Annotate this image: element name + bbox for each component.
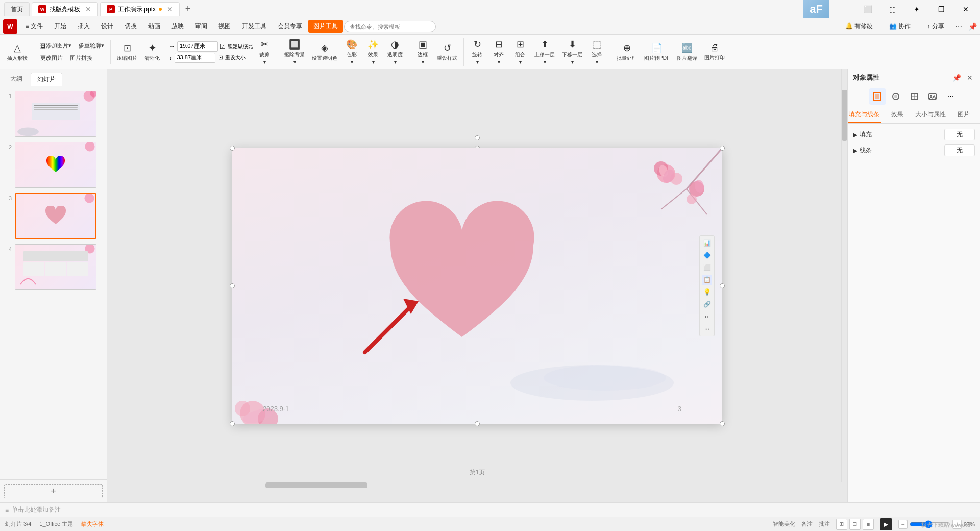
sidebar-icon-7[interactable]: ↔ <box>702 311 712 322</box>
handle-tl[interactable] <box>230 146 235 151</box>
layout2-button[interactable]: ⬚ <box>882 2 902 16</box>
arrow-element[interactable] <box>360 291 426 357</box>
up-layer-button[interactable]: ⬆ 上移一层▾ <box>531 38 558 66</box>
add-image-button[interactable]: 🖼 添加图片▾ <box>37 40 75 52</box>
rpanel-tab-fill-stroke[interactable]: 填充与线条 <box>848 107 881 123</box>
to-pdf-button[interactable]: 📄 图片转PDF <box>641 38 673 66</box>
menu-transition[interactable]: 切换 <box>119 20 142 33</box>
reset-style-button[interactable]: ↺ 重设样式 <box>434 38 460 66</box>
sidebar-icon-3[interactable]: ⬜ <box>702 262 712 273</box>
batch-process-button[interactable]: ⊕ 批量处理 <box>614 38 640 66</box>
rpanel-icon-effects[interactable] <box>888 88 904 105</box>
transparency-button[interactable]: ◑ 透明度▾ <box>384 38 406 66</box>
stroke-triangle[interactable]: ▶ <box>853 147 857 154</box>
view-outline[interactable]: ≡ <box>863 519 874 530</box>
rotate-button[interactable]: ↻ 旋转▾ <box>467 38 487 66</box>
handle-mr[interactable] <box>720 283 725 288</box>
tab-outline[interactable]: 大纲 <box>4 73 29 86</box>
effects-button[interactable]: ✨ 效果▾ <box>363 38 383 66</box>
menu-design[interactable]: 设计 <box>96 20 118 33</box>
slide-item-4[interactable]: 4 <box>3 243 104 292</box>
tab-close-pptx[interactable]: ✕ <box>167 5 173 13</box>
change-image-button[interactable]: 更改图片 <box>37 53 66 64</box>
menu-view[interactable]: 视图 <box>213 20 236 33</box>
save-button[interactable]: 🔔 有修改 <box>840 20 878 32</box>
height-input[interactable] <box>175 53 215 63</box>
v-scrollbar-thumb[interactable] <box>842 90 847 141</box>
compress-button[interactable]: ⊡ 压缩图片 <box>114 38 140 66</box>
more-button[interactable]: ··· <box>955 22 962 31</box>
restore-button[interactable]: ❐ <box>931 2 951 16</box>
border-button[interactable]: ▣ 边框▾ <box>412 38 433 66</box>
menu-review[interactable]: 审阅 <box>190 20 212 33</box>
menu-insert[interactable]: 插入 <box>72 20 95 33</box>
sidebar-icon-5[interactable]: 💡 <box>702 287 712 297</box>
tab-pptx[interactable]: P 工作演示.pptx ✕ <box>100 2 180 16</box>
menu-devtools[interactable]: 开发工具 <box>237 20 272 33</box>
down-layer-button[interactable]: ⬇ 下移一层▾ <box>559 38 585 66</box>
h-scrollbar[interactable] <box>214 482 715 488</box>
add-slide-button[interactable]: + <box>4 484 103 498</box>
set-transparent-button[interactable]: ◈ 设置透明色 <box>309 38 340 66</box>
panel-close-icon[interactable]: ✕ <box>965 73 975 83</box>
insert-shape-button[interactable]: △ 插入形状 <box>4 38 31 66</box>
handle-ml[interactable] <box>230 283 235 288</box>
tab-close-template[interactable]: ✕ <box>85 5 91 13</box>
rpanel-tab-image[interactable]: 图片 <box>947 107 980 123</box>
clarify-button[interactable]: ✦ 清晰化 <box>141 38 163 66</box>
fill-value[interactable]: 无 <box>944 129 975 140</box>
slide-item-3[interactable]: 3 <box>3 191 104 240</box>
rpanel-icon-fill-stroke[interactable] <box>869 88 886 105</box>
panel-pin-icon[interactable]: 📌 <box>951 73 962 83</box>
collaborate-button[interactable]: 👥 协作 <box>884 20 916 32</box>
view-normal[interactable]: ⊞ <box>836 519 847 530</box>
print-button[interactable]: 🖨 图片打印 <box>701 38 728 66</box>
tab-wps[interactable]: W 找版亮模板 ✕ <box>32 2 98 16</box>
view-grid[interactable]: ⊟ <box>849 519 861 530</box>
rpanel-icon-image[interactable] <box>924 88 941 105</box>
multi-outline-button[interactable]: 多重轮廓▾ <box>76 40 107 52</box>
crop-button[interactable]: ✂ 裁剪▾ <box>254 38 275 66</box>
menu-playback[interactable]: 放映 <box>166 20 189 33</box>
close-button[interactable]: ✕ <box>955 2 976 16</box>
rpanel-tab-effects[interactable]: 效果 <box>881 107 914 123</box>
lock-ratio-checkbox[interactable]: ☑ <box>220 43 226 50</box>
sidebar-icon-2[interactable]: 🔷 <box>702 250 712 260</box>
pin-button[interactable]: 📌 <box>968 22 977 31</box>
rpanel-tab-size[interactable]: 大小与属性 <box>914 107 947 123</box>
font-missing[interactable]: 缺失字体 <box>81 520 104 528</box>
handle-bm[interactable] <box>475 421 480 426</box>
h-scrollbar-thumb[interactable] <box>265 482 368 488</box>
rpanel-icon-size[interactable] <box>906 88 922 105</box>
notes-toggle[interactable]: 备注 <box>801 520 813 528</box>
select-button[interactable]: ⬚ 选择▾ <box>586 38 607 66</box>
fill-triangle[interactable]: ▶ <box>853 131 857 138</box>
sidebar-icon-8[interactable]: ··· <box>702 324 712 334</box>
color-adjust-button[interactable]: 🎨 色彩▾ <box>341 38 362 66</box>
remove-bg-button[interactable]: 🔲 抠除背景▾ <box>281 38 308 66</box>
rpanel-icon-more[interactable]: ··· <box>943 88 959 105</box>
sidebar-icon-6[interactable]: 🔗 <box>702 299 712 309</box>
menu-animation[interactable]: 动画 <box>143 20 165 33</box>
menu-start[interactable]: 开始 <box>49 20 71 33</box>
stroke-value[interactable]: 无 <box>944 144 975 156</box>
combine-button[interactable]: ⊞ 组合▾ <box>510 38 530 66</box>
layout1-button[interactable]: ⬜ <box>857 2 878 16</box>
handle-br[interactable] <box>720 421 725 426</box>
sidebar-icon-1[interactable]: 📊 <box>702 238 712 248</box>
menu-vip[interactable]: 会员专享 <box>273 20 307 33</box>
align-button[interactable]: ⊟ 对齐▾ <box>488 38 509 66</box>
menu-image-tools[interactable]: 图片工具 <box>308 20 343 33</box>
zoom-out-button[interactable]: − <box>898 520 908 529</box>
comments-toggle[interactable]: 批注 <box>819 520 830 528</box>
rotate-handle[interactable] <box>475 135 480 140</box>
handle-bl[interactable] <box>230 421 235 426</box>
sidebar-icon-4[interactable]: 📋 <box>702 275 712 285</box>
slide-item-1[interactable]: 1 <box>3 89 104 138</box>
menu-file[interactable]: ≡ 文件 <box>20 20 48 33</box>
merge-image-button[interactable]: 图片拼接 <box>67 53 95 64</box>
play-button[interactable]: ▶ <box>880 518 892 530</box>
notes-placeholder[interactable]: 单击此处添加备注 <box>12 505 61 514</box>
tab-slides[interactable]: 幻灯片 <box>31 73 62 86</box>
tab-home[interactable]: 首页 <box>4 2 30 16</box>
